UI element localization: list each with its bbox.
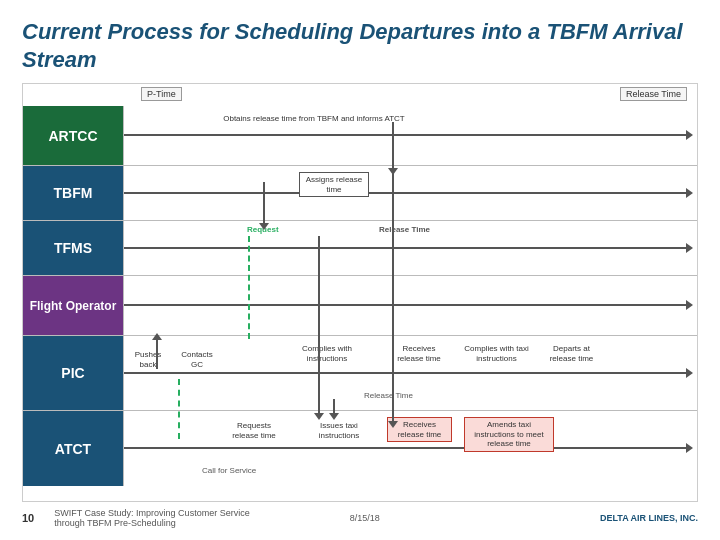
atct-requests-box: Requests release time xyxy=(224,421,284,440)
artcc-label: ARTCC xyxy=(23,106,123,165)
footer-company: DELTA AIR LINES, INC. xyxy=(600,513,698,523)
tfms-to-atct-arrow xyxy=(318,236,320,414)
diagram-area: P-Time Release Time ARTCC Obtains releas… xyxy=(22,83,698,502)
artcc-lane: ARTCC Obtains release time from TBFM and… xyxy=(23,106,697,166)
pic-content: Pushes back Contacts GC Complies with in… xyxy=(123,336,697,410)
pic-arrow xyxy=(124,372,687,374)
atct-label: ATCT xyxy=(23,411,123,486)
footer: 10 SWIFT Case Study: Improving Customer … xyxy=(22,502,698,528)
atct-amends-box: Amends taxi instructions to meet release… xyxy=(464,417,554,452)
tbfm-lane: TBFM Assigns release time xyxy=(23,166,697,221)
tbfm-label: TBFM xyxy=(23,166,123,220)
release-time-label: Release Time xyxy=(620,87,687,101)
atct-lane: ATCT Requests release time Issues taxi i… xyxy=(23,411,697,486)
tfms-to-pic-dashed xyxy=(248,236,250,339)
atct-issues-box: Issues taxi instructions xyxy=(309,421,369,440)
call-service-label: Call for Service xyxy=(202,466,256,476)
header-content: P-Time Release Time xyxy=(123,84,697,106)
footer-date: 8/15/18 xyxy=(350,513,380,523)
page: Current Process for Scheduling Departure… xyxy=(0,0,720,540)
pic-to-atct-release xyxy=(333,399,335,414)
pic-departs-box: Departs at release time xyxy=(544,344,599,363)
artcc-box: Obtains release time from TBFM and infor… xyxy=(204,114,424,124)
pic-contacts-box: Contacts GC xyxy=(176,350,218,369)
atct-content: Requests release time Issues taxi instru… xyxy=(123,411,697,486)
pic-push-arrow xyxy=(156,339,158,369)
tbfm-arrow xyxy=(124,192,687,194)
page-number: 10 xyxy=(22,512,34,524)
pic-receives-box: Receives release time xyxy=(389,344,449,363)
atct-arrow xyxy=(124,447,687,449)
p-time-label: P-Time xyxy=(141,87,182,101)
atct-to-pic-dashed xyxy=(178,379,180,439)
tfms-arrow xyxy=(124,247,687,249)
pic-lane: PIC Pushes back Contacts GC Complies wit… xyxy=(23,336,697,411)
pic-complies-box: Complies with instructions xyxy=(297,344,357,363)
fo-lane: Flight Operator xyxy=(23,276,697,336)
fo-label: Flight Operator xyxy=(23,276,123,335)
page-title: Current Process for Scheduling Departure… xyxy=(22,18,698,73)
artcc-arrow xyxy=(124,134,687,136)
release-time-tfms-label: Release Time xyxy=(379,225,430,234)
artcc-content: Obtains release time from TBFM and infor… xyxy=(123,106,697,165)
artcc-to-atct-arrow xyxy=(392,122,394,422)
pic-complies2-box: Complies with taxi instructions xyxy=(464,344,529,363)
pic-pushes-box: Pushes back xyxy=(129,350,167,369)
tfms-content: Request Release Time xyxy=(123,221,697,275)
pic-label: PIC xyxy=(23,336,123,410)
tfms-label: TFMS xyxy=(23,221,123,275)
footer-text: SWIFT Case Study: Improving Customer Ser… xyxy=(54,508,249,528)
timeline-header: P-Time Release Time xyxy=(23,84,697,106)
tbfm-content: Assigns release time xyxy=(123,166,697,220)
tfms-lane: TFMS Request Release Time xyxy=(23,221,697,276)
fo-arrow xyxy=(124,304,687,306)
tbfm-to-tfms-arrow xyxy=(263,182,265,224)
fo-content xyxy=(123,276,697,335)
release-time2-label: Release Time xyxy=(364,391,413,401)
tbfm-assigns-box: Assigns release time xyxy=(299,172,369,197)
